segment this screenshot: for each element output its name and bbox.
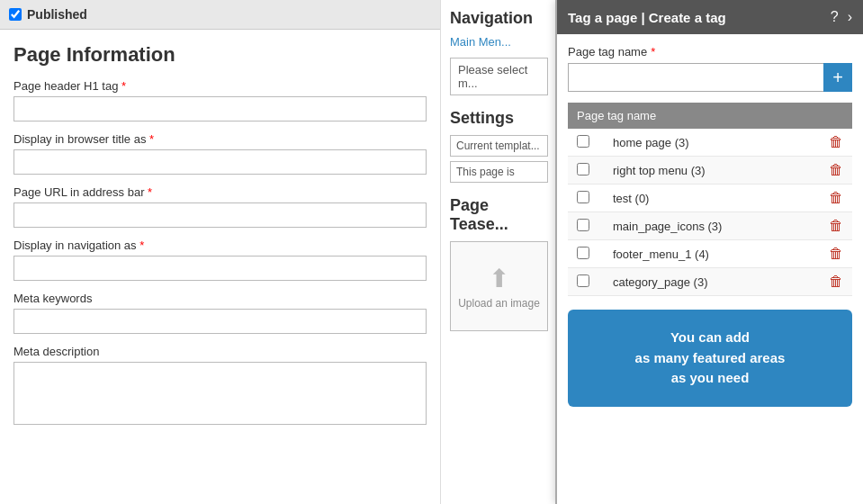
browser-required: * [149,132,154,146]
h1-tag-label: Page header H1 tag * [13,79,427,93]
delete-tag-icon[interactable]: 🗑 [829,162,843,177]
tag-name-cell: home page (3) [604,129,802,157]
tag-checkbox-3[interactable] [577,219,589,231]
please-select-box[interactable]: Please select m... [450,58,548,95]
tag-name-cell: right top menu (3) [604,157,802,184]
tag-name-label: Page tag name * [568,45,852,58]
tag-required: * [651,45,655,58]
tag-name-cell: footer_menu_1 (4) [604,240,802,268]
nav-required: * [139,238,144,252]
url-required: * [148,185,152,199]
browser-title-group: Display in browser title as * [13,132,427,175]
page-teaser-section: Page Tease... ⬆ Upload an image [450,196,548,331]
meta-keywords-group: Meta keywords [13,292,427,334]
delete-tag-icon[interactable]: 🗑 [829,190,843,205]
tag-checkbox-4[interactable] [577,247,589,259]
h1-required: * [121,79,126,93]
middle-panel: Navigation Main Men... Please select m..… [441,0,558,504]
meta-description-label: Meta description [13,345,427,358]
overlay-header: Tag a page | Create a tag ? › [557,0,863,34]
navigation-title: Navigation [450,9,548,28]
main-menu-link[interactable]: Main Men... [450,35,511,49]
delete-tag-icon[interactable]: 🗑 [829,246,843,261]
tag-name-cell: main_page_icons (3) [604,212,802,240]
overlay-header-icons: ? › [831,9,852,25]
browser-title-input[interactable] [13,149,427,175]
meta-description-textarea[interactable] [13,362,427,425]
h1-tag-group: Page header H1 tag * [13,79,427,122]
page-url-group: Page URL in address bar * [13,185,427,228]
tag-row: footer_menu_1 (4) 🗑 [568,240,852,268]
page-url-input[interactable] [13,202,427,228]
overlay-panel: Tag a page | Create a tag ? › Page tag n… [555,0,863,504]
left-panel: Published Page Information Page header H… [0,0,441,504]
delete-tag-icon[interactable]: 🗑 [829,134,843,149]
upload-icon: ⬆ [489,264,509,293]
tag-name-input[interactable] [568,63,823,92]
meta-keywords-input[interactable] [13,309,427,334]
tag-name-input-row: + [568,63,852,92]
browser-title-label: Display in browser title as * [13,132,427,146]
page-info-title: Page Information [13,43,427,67]
close-button[interactable]: › [848,9,852,25]
upload-label: Upload an image [458,297,540,310]
delete-tag-icon[interactable]: 🗑 [829,218,843,233]
overlay-title: Tag a page | Create a tag [568,10,726,25]
tag-checkbox-0[interactable] [577,135,589,148]
tag-checkbox-1[interactable] [577,163,589,176]
info-box: You can addas many featured areasas you … [568,310,852,407]
settings-title: Settings [450,109,548,128]
tag-row: right top menu (3) 🗑 [568,157,852,184]
page-info-section: Page Information Page header H1 tag * Di… [0,30,440,447]
settings-section: Settings Current templat... This page is [450,109,548,183]
nav-display-group: Display in navigation as * [13,238,427,281]
this-page-is-field: This page is [450,161,548,183]
tag-table-col-action [802,103,852,129]
tag-table: Page tag name home page (3) 🗑 right top … [568,103,852,296]
current-template-field: Current templat... [450,135,548,157]
tag-checkbox-5[interactable] [577,274,589,287]
tag-row: category_page (3) 🗑 [568,268,852,296]
tag-add-button[interactable]: + [823,63,852,92]
help-button[interactable]: ? [831,9,839,25]
published-label: Published [27,7,87,22]
tag-row: test (0) 🗑 [568,184,852,212]
tag-name-cell: test (0) [604,184,802,212]
info-box-text: You can addas many featured areasas you … [581,328,839,389]
overlay-body: Page tag name * + Page tag name home pag… [557,34,863,504]
published-bar: Published [0,0,440,30]
tag-table-header: Page tag name [568,103,852,129]
meta-keywords-label: Meta keywords [13,292,427,305]
tag-checkbox-2[interactable] [577,191,589,203]
meta-description-group: Meta description [13,345,427,428]
tag-table-col-name: Page tag name [568,103,802,129]
delete-tag-icon[interactable]: 🗑 [829,274,843,289]
tag-table-body: home page (3) 🗑 right top menu (3) 🗑 tes… [568,129,852,296]
published-checkbox[interactable] [9,8,22,21]
page-teaser-title: Page Tease... [450,196,548,234]
nav-display-label: Display in navigation as * [13,238,427,252]
tag-name-cell: category_page (3) [604,268,802,296]
tag-row: main_page_icons (3) 🗑 [568,212,852,240]
nav-display-input[interactable] [13,256,427,281]
h1-tag-input[interactable] [13,96,427,122]
tag-row: home page (3) 🗑 [568,129,852,157]
page-url-label: Page URL in address bar * [13,185,427,199]
upload-box[interactable]: ⬆ Upload an image [450,241,548,331]
